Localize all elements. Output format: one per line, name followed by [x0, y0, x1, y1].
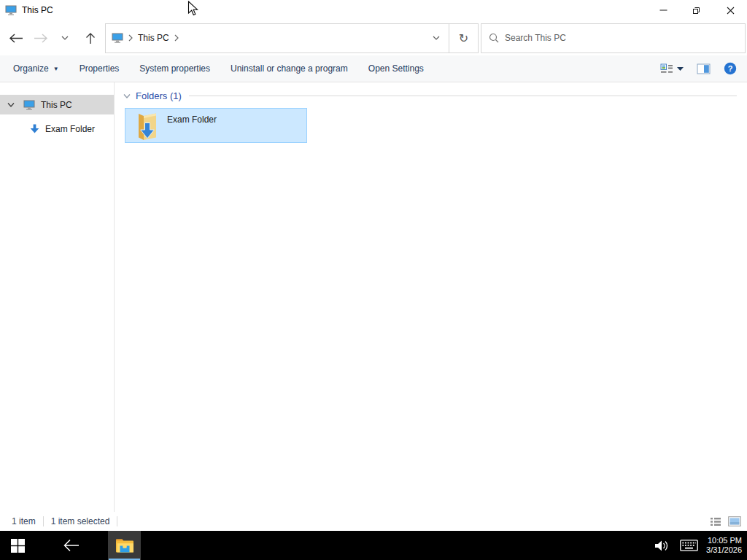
- expand-chevron-icon: [7, 102, 15, 108]
- help-icon: ?: [724, 62, 737, 75]
- touch-keyboard-button[interactable]: [674, 531, 703, 560]
- close-icon: [727, 7, 735, 15]
- change-view-button[interactable]: [660, 63, 684, 74]
- up-arrow-icon: [85, 32, 96, 44]
- breadcrumb: This PC: [106, 24, 424, 52]
- clock-date: 3/31/2026: [706, 545, 742, 555]
- organize-label: Organize: [13, 63, 49, 74]
- group-header[interactable]: Folders (1): [123, 90, 737, 101]
- svg-text:?: ?: [728, 64, 733, 73]
- items-count: 1 item: [12, 516, 36, 526]
- properties-button[interactable]: Properties: [80, 63, 120, 74]
- status-divider: [117, 516, 117, 526]
- recent-locations-button[interactable]: [54, 23, 76, 52]
- open-settings-button[interactable]: Open Settings: [368, 63, 424, 74]
- address-bar[interactable]: This PC ↻: [105, 23, 479, 53]
- refresh-icon: ↻: [459, 31, 468, 45]
- computer-icon: [112, 33, 123, 43]
- keyboard-icon: [680, 540, 698, 551]
- status-view-toggles: [710, 512, 741, 531]
- views-icon: [660, 63, 673, 74]
- folder-tile-exam-folder[interactable]: Exam Folder: [125, 108, 307, 143]
- refresh-button[interactable]: ↻: [449, 24, 478, 52]
- status-bar: 1 item 1 item selected: [0, 512, 747, 531]
- system-tray: 10:05 PM 3/31/2026: [648, 531, 747, 560]
- folder-download-icon: [133, 111, 161, 144]
- start-button[interactable]: [0, 531, 35, 560]
- this-pc-icon: [5, 5, 17, 15]
- help-button[interactable]: ?: [724, 62, 737, 75]
- content-area: This PC Exam Folder Folders (1): [0, 82, 747, 512]
- breadcrumb-chevron-icon[interactable]: [174, 34, 179, 42]
- search-box[interactable]: [481, 23, 746, 53]
- volume-icon: [654, 540, 668, 552]
- search-icon: [489, 33, 499, 43]
- selection-count: 1 item selected: [51, 516, 110, 526]
- items-view: Folders (1) Exam Folder: [115, 82, 747, 512]
- clock-time: 10:05 PM: [706, 536, 742, 545]
- taskbar-clock[interactable]: 10:05 PM 3/31/2026: [703, 536, 747, 555]
- icons-view-icon: [728, 516, 741, 526]
- tablet-back-button[interactable]: [53, 531, 88, 560]
- computer-icon: [23, 100, 35, 110]
- address-dropdown-button[interactable]: [424, 24, 449, 52]
- preview-pane-button[interactable]: [697, 63, 711, 74]
- sidebar-item-label: This PC: [41, 100, 72, 110]
- back-icon: [63, 539, 80, 552]
- restore-button[interactable]: [680, 0, 713, 20]
- window-controls: [646, 0, 747, 20]
- status-divider: [43, 516, 44, 526]
- sidebar-item-this-pc[interactable]: This PC: [0, 95, 114, 114]
- organize-button[interactable]: Organize ▼: [13, 63, 59, 74]
- restore-icon: [692, 6, 701, 15]
- back-button[interactable]: [4, 23, 28, 52]
- sidebar-item-exam-folder[interactable]: Exam Folder: [0, 119, 114, 139]
- title-bar: This PC: [0, 0, 747, 20]
- details-view-button[interactable]: [710, 517, 721, 526]
- file-explorer-task-button[interactable]: [108, 531, 141, 560]
- group-header-divider: [189, 96, 737, 96]
- system-properties-button[interactable]: System properties: [139, 63, 210, 74]
- navigation-bar: This PC ↻: [0, 20, 747, 55]
- folder-tile-label: Exam Folder: [167, 109, 217, 125]
- up-button[interactable]: [79, 23, 102, 52]
- details-view-icon: [710, 517, 721, 526]
- forward-icon: [34, 34, 48, 43]
- window-title: This PC: [22, 5, 53, 15]
- chevron-down-icon: [433, 36, 440, 40]
- breadcrumb-chevron-icon[interactable]: [128, 34, 133, 42]
- volume-button[interactable]: [648, 531, 674, 560]
- file-explorer-window: This PC: [0, 0, 747, 531]
- windows-logo-icon: [11, 539, 25, 553]
- sidebar-item-label: Exam Folder: [45, 124, 95, 134]
- close-button[interactable]: [713, 0, 747, 20]
- chevron-down-icon: [677, 67, 684, 71]
- navigation-pane: This PC Exam Folder: [0, 82, 115, 512]
- back-icon: [9, 34, 23, 43]
- group-header-label: Folders (1): [136, 90, 182, 101]
- taskbar: 10:05 PM 3/31/2026: [0, 531, 747, 560]
- breadcrumb-this-pc[interactable]: This PC: [138, 33, 169, 43]
- download-arrow-icon: [29, 123, 40, 134]
- command-bar: Organize ▼ Properties System properties …: [0, 55, 747, 82]
- preview-pane-icon: [697, 63, 711, 74]
- minimize-icon: [659, 7, 667, 14]
- minimize-button[interactable]: [646, 0, 680, 20]
- collapse-chevron-icon: [123, 93, 131, 99]
- icons-view-button[interactable]: [728, 516, 741, 526]
- chevron-down-icon: [61, 36, 69, 40]
- uninstall-program-button[interactable]: Uninstall or change a program: [231, 63, 348, 74]
- search-input[interactable]: [505, 33, 738, 43]
- forward-button[interactable]: [28, 23, 54, 52]
- command-bar-right: ?: [660, 62, 737, 75]
- chevron-down-icon: ▼: [53, 66, 59, 72]
- file-explorer-icon: [115, 537, 134, 553]
